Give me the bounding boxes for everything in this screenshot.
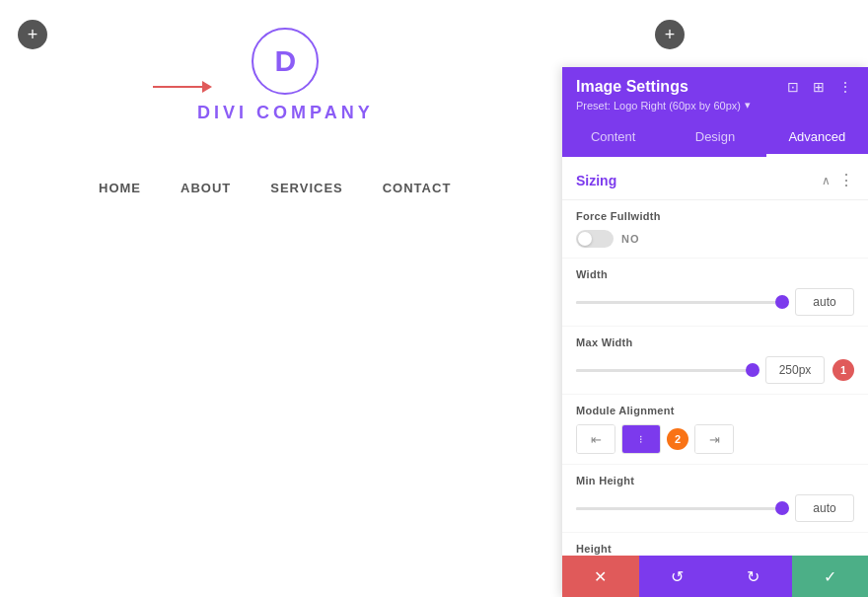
align-left-button[interactable]: ⇤ xyxy=(577,425,615,453)
cancel-button[interactable]: ✕ xyxy=(562,556,639,597)
window-icon: ⊡ xyxy=(787,79,799,95)
alignment-row: ⇤ ⁝ 2 ⇥ xyxy=(576,424,854,454)
navigation: HOME ABOUT SERVICES CONTACT xyxy=(99,181,451,195)
preset-arrow-icon: ▾ xyxy=(745,99,751,112)
arrow-line xyxy=(153,86,202,88)
plus-icon: + xyxy=(28,25,38,45)
image-settings-panel: Image Settings ⊡ ⊞ ⋮ Preset: Logo Right … xyxy=(562,67,868,597)
align-right-icon: ⇥ xyxy=(709,432,720,447)
max-width-slider-thumb[interactable] xyxy=(746,363,760,377)
save-button[interactable]: ✓ xyxy=(792,556,869,597)
height-label: Height xyxy=(576,543,854,555)
module-alignment-step-badge[interactable]: 2 xyxy=(667,428,688,450)
preset-text: Preset: Logo Right (60px by 60px) xyxy=(576,100,741,112)
max-width-slider-track[interactable] xyxy=(576,369,758,372)
more-icon: ⋮ xyxy=(838,79,852,95)
toggle-no-label: NO xyxy=(621,233,640,245)
sizing-title: Sizing xyxy=(576,173,616,188)
panel-title: Image Settings xyxy=(576,78,688,96)
panel-header: Image Settings ⊡ ⊞ ⋮ Preset: Logo Right … xyxy=(562,67,868,119)
undo-button[interactable]: ↺ xyxy=(639,556,716,597)
module-alignment-field: Module Alignment ⇤ ⁝ 2 xyxy=(562,395,868,465)
max-width-label: Max Width xyxy=(576,336,854,348)
bottom-toolbar: ✕ ↺ ↻ ✓ xyxy=(562,556,868,597)
redo-button[interactable]: ↻ xyxy=(715,556,792,597)
panel-header-top: Image Settings ⊡ ⊞ ⋮ xyxy=(576,77,854,97)
panel-icon-group: ⊡ ⊞ ⋮ xyxy=(785,77,854,97)
collapse-icon[interactable]: ∧ xyxy=(822,174,831,187)
tab-content[interactable]: Content xyxy=(562,119,664,157)
width-value[interactable]: auto xyxy=(795,288,854,316)
sizing-section-header: Sizing ∧ ⋮ xyxy=(562,157,868,200)
save-icon: ✓ xyxy=(824,567,836,586)
logo-area: D DIVI COMPANY xyxy=(197,28,374,123)
plus-icon-right: + xyxy=(665,25,676,45)
alignment-group-right: ⇥ xyxy=(694,424,734,454)
panel-preset[interactable]: Preset: Logo Right (60px by 60px) ▾ xyxy=(576,99,854,112)
max-width-field: Max Width 250px 1 xyxy=(562,327,868,395)
min-height-field: Min Height auto xyxy=(562,465,868,533)
align-center-icon: ⁝ xyxy=(639,433,643,446)
force-fullwidth-toggle-row: NO xyxy=(576,230,854,248)
align-left-icon: ⇤ xyxy=(591,432,602,447)
width-slider-row: auto xyxy=(576,288,854,316)
max-width-slider-row: 250px 1 xyxy=(576,356,854,384)
undo-icon: ↺ xyxy=(671,567,684,586)
redo-icon: ↻ xyxy=(747,567,760,586)
width-slider-thumb[interactable] xyxy=(775,295,789,309)
nav-home[interactable]: HOME xyxy=(99,181,141,195)
section-controls: ∧ ⋮ xyxy=(822,171,854,189)
toggle-knob xyxy=(578,232,592,246)
align-right-button[interactable]: ⇥ xyxy=(695,425,733,453)
nav-contact[interactable]: CONTACT xyxy=(383,181,452,195)
max-width-step-badge[interactable]: 1 xyxy=(832,359,854,381)
add-section-button-top-right[interactable]: + xyxy=(655,20,685,49)
tab-design[interactable]: Design xyxy=(664,119,765,157)
panel-window-icon-button[interactable]: ⊡ xyxy=(785,77,801,97)
company-name: DIVI COMPANY xyxy=(197,103,374,123)
alignment-group-left: ⇤ xyxy=(576,424,615,454)
canvas: + + D DIVI COMPANY HOME ABOUT SERVICES C… xyxy=(0,0,868,597)
min-height-slider-row: auto xyxy=(576,494,854,522)
min-height-value[interactable]: auto xyxy=(795,494,854,522)
force-fullwidth-label: Force Fullwidth xyxy=(576,210,854,222)
nav-services[interactable]: SERVICES xyxy=(270,181,343,195)
logo-letter: D xyxy=(275,44,297,78)
min-height-slider-thumb[interactable] xyxy=(775,501,789,515)
alignment-group-center: ⁝ xyxy=(621,424,661,454)
max-width-value[interactable]: 250px xyxy=(765,356,825,384)
logo-circle: D xyxy=(252,28,319,95)
width-field: Width auto xyxy=(562,259,868,327)
width-slider-track[interactable] xyxy=(576,301,787,304)
section-more-button[interactable]: ⋮ xyxy=(838,171,854,189)
columns-icon: ⊞ xyxy=(813,79,825,95)
min-height-slider-track[interactable] xyxy=(576,507,787,510)
panel-tabs: Content Design Advanced xyxy=(562,119,868,157)
module-alignment-label: Module Alignment xyxy=(576,405,854,416)
min-height-slider-fill xyxy=(576,507,787,510)
force-fullwidth-field: Force Fullwidth NO xyxy=(562,200,868,259)
panel-more-icon-button[interactable]: ⋮ xyxy=(836,77,854,97)
cancel-icon: ✕ xyxy=(594,567,607,586)
align-center-button[interactable]: ⁝ xyxy=(622,425,660,453)
min-height-label: Min Height xyxy=(576,475,854,486)
force-fullwidth-toggle[interactable] xyxy=(576,230,614,248)
panel-body: Sizing ∧ ⋮ Force Fullwidth NO Width xyxy=(562,157,868,597)
width-label: Width xyxy=(576,268,854,280)
width-slider-fill xyxy=(576,301,787,304)
nav-about[interactable]: ABOUT xyxy=(181,181,231,195)
tab-advanced[interactable]: Advanced xyxy=(766,119,868,157)
add-section-button-top-left[interactable]: + xyxy=(18,20,47,49)
panel-columns-icon-button[interactable]: ⊞ xyxy=(811,77,827,97)
max-width-slider-fill xyxy=(576,369,758,372)
